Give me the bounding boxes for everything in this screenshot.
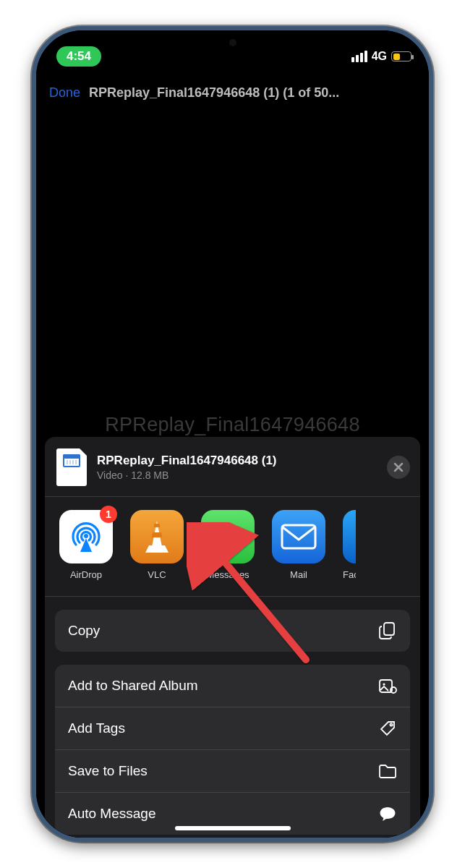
action-copy[interactable]: Copy [55, 610, 410, 652]
share-subtitle: Video · 12.8 MB [97, 469, 377, 481]
action-label: Add Tags [68, 720, 125, 736]
action-label: Save to Files [68, 763, 148, 779]
share-app-mail[interactable]: Mail [272, 510, 325, 580]
app-label: AirDrop [59, 569, 113, 580]
cellular-signal-icon [351, 51, 367, 62]
extra-app-icon [343, 510, 356, 563]
action-label: Auto Message [68, 806, 155, 822]
share-app-messages[interactable]: Messages [201, 510, 255, 580]
share-app-more[interactable]: Fac [343, 510, 356, 580]
home-indicator[interactable] [175, 826, 291, 830]
nav-title: RPReplay_Final1647946648 (1) (1 of 50... [89, 85, 339, 101]
share-apps-row[interactable]: 1 AirDrop [45, 497, 420, 597]
status-time-pill[interactable]: 4:54 [56, 46, 101, 67]
airdrop-badge: 1 [100, 506, 117, 523]
share-filename: RPReplay_Final1647946648 (1) [97, 454, 377, 468]
copy-icon [378, 621, 397, 640]
message-icon [378, 804, 397, 823]
app-label: VLC [130, 569, 184, 580]
airdrop-icon: 1 [59, 510, 113, 563]
tag-icon [378, 719, 397, 738]
share-actions: Copy Add to Shared Album [45, 597, 420, 835]
app-label: Mail [272, 569, 325, 580]
done-button[interactable]: Done [49, 85, 80, 101]
network-label: 4G [372, 50, 387, 63]
action-label: Add to Shared Album [68, 678, 198, 694]
share-app-vlc[interactable]: VLC [130, 510, 184, 580]
screen: 4:54 4G Done RPReplay_Final1647946648 (1… [36, 30, 429, 838]
share-app-airdrop[interactable]: 1 AirDrop [59, 510, 113, 580]
share-sheet[interactable]: RPReplay_Final1647946648 (1) Video · 12.… [45, 437, 420, 838]
folder-icon [378, 762, 397, 780]
mail-icon [272, 510, 325, 563]
status-indicators: 4G [351, 50, 411, 63]
background-filename: RPReplay_Final1647946648 [36, 414, 429, 436]
app-label: Messages [201, 569, 255, 580]
notch [168, 30, 298, 55]
file-thumbnail-icon [56, 448, 87, 486]
action-group-primary: Copy [55, 610, 410, 652]
action-shared-album[interactable]: Add to Shared Album [55, 665, 410, 707]
app-label: Fac [343, 569, 356, 580]
close-button[interactable] [387, 456, 410, 479]
iphone-frame: 4:54 4G Done RPReplay_Final1647946648 (1… [32, 26, 433, 842]
action-label: Copy [68, 623, 100, 639]
close-icon [393, 462, 404, 472]
svg-rect-1 [282, 525, 315, 548]
share-header: RPReplay_Final1647946648 (1) Video · 12.… [45, 437, 420, 497]
battery-icon [391, 51, 411, 61]
svg-point-6 [390, 723, 392, 726]
vlc-icon [130, 510, 184, 563]
svg-point-0 [84, 534, 88, 538]
svg-rect-2 [384, 623, 394, 635]
action-save-files[interactable]: Save to Files [55, 749, 410, 792]
messages-icon [201, 510, 255, 563]
action-group-secondary: Add to Shared Album Add Tags [55, 665, 410, 835]
shared-album-icon [378, 676, 397, 695]
svg-point-5 [383, 683, 385, 685]
action-add-tags[interactable]: Add Tags [55, 707, 410, 749]
nav-bar: Done RPReplay_Final1647946648 (1) (1 of … [36, 75, 429, 110]
file-meta: RPReplay_Final1647946648 (1) Video · 12.… [97, 454, 377, 481]
